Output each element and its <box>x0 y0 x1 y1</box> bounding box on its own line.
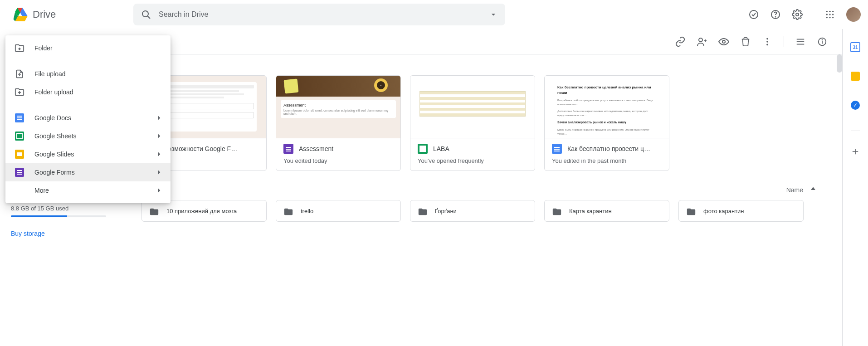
menu-label: Google Forms <box>34 169 155 176</box>
tasks-app-icon[interactable]: ✓ <box>846 96 864 114</box>
svg-point-30 <box>822 39 823 40</box>
folder-item[interactable]: Ґорґани <box>410 200 535 222</box>
storage-usage-text: 8.8 GB of 15 GB used <box>11 205 106 212</box>
sort-direction-icon[interactable] <box>809 185 818 195</box>
forms-icon <box>283 144 293 154</box>
svg-point-21 <box>722 40 725 43</box>
calendar-app-icon[interactable]: 31 <box>846 38 864 56</box>
menu-folder-upload[interactable]: Folder upload <box>5 83 171 101</box>
submenu-arrow-icon <box>155 150 163 158</box>
svg-line-4 <box>148 16 151 19</box>
folder-name: Карта карантин <box>569 208 612 214</box>
svg-point-24 <box>766 44 768 45</box>
search-input[interactable] <box>159 10 489 19</box>
menu-label: Google Slides <box>34 151 155 158</box>
svg-point-12 <box>826 14 828 15</box>
svg-point-15 <box>826 17 828 18</box>
folder-item[interactable]: 10 приложений для мозга <box>141 200 267 222</box>
toolbar: e <box>117 29 842 54</box>
folder-icon <box>686 207 696 215</box>
logo-area[interactable]: Drive <box>7 5 120 24</box>
forms-icon <box>15 167 24 177</box>
svg-point-18 <box>699 38 702 42</box>
menu-label: Folder <box>34 44 163 52</box>
folder-icon <box>552 207 562 215</box>
header-actions <box>745 5 861 24</box>
sort-label[interactable]: Name <box>786 186 803 194</box>
main-area: e ess <box>117 29 843 346</box>
scrollbar-thumb[interactable] <box>837 54 842 73</box>
menu-new-folder[interactable]: Folder <box>5 39 171 57</box>
folder-item[interactable]: Карта карантин <box>544 200 669 222</box>
svg-point-8 <box>796 13 799 16</box>
search-options-icon[interactable] <box>489 10 498 19</box>
folder-item[interactable]: trello <box>276 200 401 222</box>
svg-point-7 <box>775 16 776 17</box>
buy-storage-link[interactable]: Buy storage <box>11 230 45 237</box>
quick-access-row: возможности Google F… today AssessmentLo… <box>141 75 818 171</box>
settings-icon[interactable] <box>788 5 806 24</box>
file-upload-icon <box>15 69 24 79</box>
add-addon-icon[interactable]: ＋ <box>846 142 864 160</box>
drive-logo-icon <box>11 5 29 24</box>
folders-header: Folders Name <box>141 185 818 195</box>
menu-label: File upload <box>34 70 163 78</box>
card-title: Assessment <box>299 145 333 152</box>
details-icon[interactable] <box>813 33 831 51</box>
apps-grid-icon[interactable] <box>821 5 839 24</box>
get-link-icon[interactable] <box>671 33 689 51</box>
delete-icon[interactable] <box>736 33 755 51</box>
folder-name: trello <box>301 208 313 214</box>
card-subtitle: You've opened frequently <box>418 157 527 164</box>
menu-file-upload[interactable]: File upload <box>5 65 171 83</box>
search-bar[interactable] <box>133 4 505 25</box>
offline-ready-icon[interactable] <box>745 5 763 24</box>
rail-separator <box>851 131 860 131</box>
menu-google-docs[interactable]: Google Docs <box>5 109 171 127</box>
folder-icon <box>149 207 159 215</box>
svg-point-10 <box>829 10 830 12</box>
menu-google-slides[interactable]: Google Slides <box>5 145 171 163</box>
new-folder-icon <box>15 43 24 53</box>
menu-label: Folder upload <box>34 88 163 96</box>
quick-card[interactable]: AssessmentLorem ipsum dolor sit amet, co… <box>276 75 401 171</box>
list-view-icon[interactable] <box>791 33 809 51</box>
more-actions-icon[interactable] <box>758 33 776 51</box>
svg-point-14 <box>832 14 834 15</box>
thumbnail: Как бесплатно провести целевой анализ ры… <box>545 76 669 138</box>
quick-card[interactable]: Как бесплатно провести целевой анализ ры… <box>544 75 669 171</box>
menu-label: Google Docs <box>34 114 155 122</box>
svg-point-11 <box>832 10 834 12</box>
menu-google-sheets[interactable]: Google Sheets <box>5 127 171 145</box>
keep-app-icon[interactable] <box>846 67 864 85</box>
new-menu: Folder File upload Folder upload Google … <box>5 35 171 203</box>
svg-point-22 <box>766 38 768 39</box>
help-icon[interactable] <box>766 5 785 24</box>
account-avatar[interactable] <box>846 7 861 22</box>
side-panel: 31 ✓ ＋ <box>843 29 868 346</box>
menu-google-forms[interactable]: Google Forms <box>5 163 171 181</box>
folder-name: 10 приложений для мозга <box>166 208 237 214</box>
folder-icon <box>283 207 293 215</box>
preview-icon[interactable] <box>715 33 733 51</box>
thumbnail <box>410 76 535 138</box>
quick-access-label: ess <box>141 62 818 69</box>
submenu-arrow-icon <box>155 114 163 122</box>
main-body: ess <box>117 54 842 346</box>
folder-item[interactable]: фото карантин <box>678 200 804 222</box>
menu-more[interactable]: More <box>5 181 171 200</box>
quick-card[interactable]: LABA You've opened frequently <box>410 75 535 171</box>
submenu-arrow-icon <box>155 168 163 176</box>
storage-bar <box>11 215 106 217</box>
svg-point-9 <box>826 10 828 12</box>
sheets-icon <box>418 144 428 154</box>
svg-point-13 <box>829 14 830 15</box>
docs-icon <box>552 144 562 154</box>
share-icon[interactable] <box>693 33 711 51</box>
svg-point-3 <box>142 11 148 17</box>
submenu-arrow-icon <box>155 186 163 195</box>
menu-label: More <box>34 187 155 194</box>
app-header: Drive <box>0 0 868 29</box>
app-title: Drive <box>33 9 56 20</box>
submenu-arrow-icon <box>155 132 163 140</box>
